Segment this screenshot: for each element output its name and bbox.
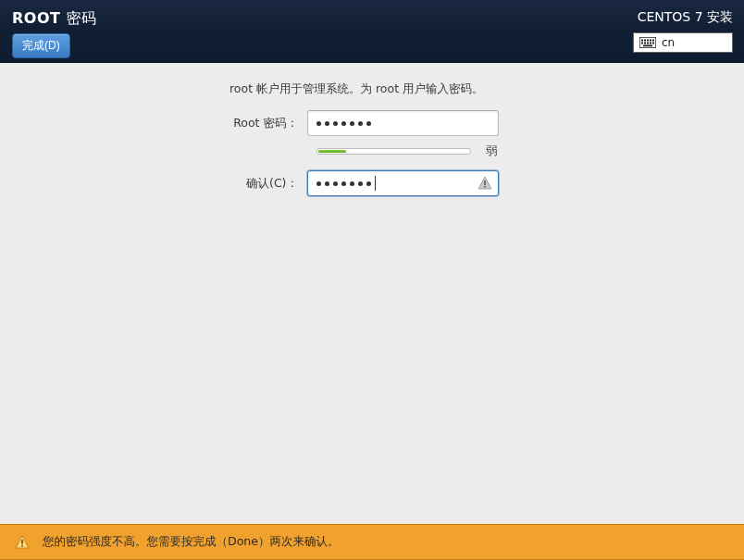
root-password-input[interactable] bbox=[307, 110, 499, 136]
svg-rect-4 bbox=[650, 40, 651, 42]
confirm-password-input[interactable] bbox=[307, 170, 499, 196]
password-strength-fill bbox=[318, 150, 346, 153]
strength-row: 弱 bbox=[0, 143, 744, 159]
form-description: root 帐户用于管理系统。为 root 用户输入密码。 bbox=[0, 81, 744, 97]
svg-rect-14 bbox=[21, 540, 23, 544]
keyboard-icon bbox=[639, 37, 656, 48]
svg-rect-9 bbox=[650, 43, 651, 44]
svg-rect-1 bbox=[641, 40, 643, 42]
header: ROOT 密码 完成(D) CENTOS 7 安装 cn bbox=[0, 0, 744, 63]
confirm-row: 确认(C)： bbox=[0, 170, 744, 196]
confirm-label: 确认(C)： bbox=[0, 176, 307, 192]
svg-rect-10 bbox=[652, 43, 654, 44]
content-area: root 帐户用于管理系统。为 root 用户输入密码。 Root 密码： 弱 … bbox=[0, 63, 744, 524]
keyboard-layout-indicator[interactable]: cn bbox=[633, 32, 733, 53]
svg-rect-8 bbox=[647, 43, 649, 44]
password-strength-meter bbox=[316, 148, 471, 155]
warning-icon bbox=[15, 535, 30, 550]
page-title: ROOT 密码 bbox=[12, 9, 97, 29]
done-button[interactable]: 完成(D) bbox=[12, 33, 70, 58]
password-input-wrap bbox=[307, 110, 499, 136]
svg-rect-5 bbox=[652, 40, 654, 42]
svg-rect-3 bbox=[647, 40, 649, 42]
password-strength-label: 弱 bbox=[486, 143, 498, 159]
keyboard-layout-label: cn bbox=[662, 36, 675, 49]
confirm-input-wrap bbox=[307, 170, 499, 196]
svg-rect-7 bbox=[644, 43, 646, 44]
installer-title: CENTOS 7 安装 bbox=[633, 9, 733, 32]
svg-rect-11 bbox=[643, 45, 652, 47]
svg-rect-2 bbox=[644, 40, 646, 42]
password-label: Root 密码： bbox=[0, 116, 307, 131]
svg-rect-15 bbox=[21, 545, 23, 547]
svg-rect-6 bbox=[641, 43, 643, 44]
root-password-form: root 帐户用于管理系统。为 root 用户输入密码。 Root 密码： 弱 … bbox=[0, 81, 744, 196]
password-row: Root 密码： bbox=[0, 110, 744, 136]
header-right: CENTOS 7 安装 cn bbox=[633, 9, 733, 53]
warning-message: 您的密码强度不高。您需要按完成（Done）两次来确认。 bbox=[43, 534, 339, 550]
warning-bar: 您的密码强度不高。您需要按完成（Done）两次来确认。 bbox=[0, 524, 744, 560]
